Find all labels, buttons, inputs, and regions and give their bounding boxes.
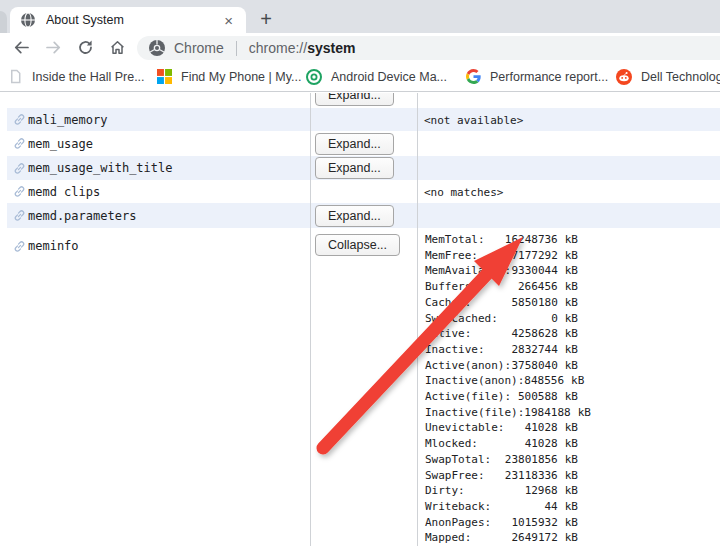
meminfo-unit: kB bbox=[558, 248, 578, 264]
meminfo-unit: kB bbox=[558, 452, 578, 468]
link-icon bbox=[13, 209, 26, 222]
row-link[interactable]: memd clips bbox=[13, 185, 100, 199]
chrome-logo-icon bbox=[149, 40, 165, 56]
meminfo-unit: kB bbox=[558, 326, 578, 342]
meminfo-key: Inactive(file): bbox=[425, 405, 524, 421]
meminfo-key: Inactive(anon): bbox=[425, 373, 524, 389]
meminfo-value: 4258628 bbox=[471, 326, 557, 342]
row-name: mem_usage_with_title bbox=[28, 161, 173, 175]
meminfo-key: MemFree: bbox=[425, 248, 478, 264]
tab-strip: About System × + bbox=[0, 0, 720, 33]
home-icon[interactable] bbox=[109, 39, 126, 56]
link-icon bbox=[13, 137, 26, 150]
row-link[interactable]: mali_memory bbox=[13, 113, 107, 127]
meminfo-unit: kB bbox=[558, 436, 578, 452]
meminfo-value: 5850180 bbox=[471, 295, 557, 311]
meminfo-value: 7177292 bbox=[478, 248, 558, 264]
expand-button-mem-usage[interactable]: Expand... bbox=[315, 133, 394, 155]
row-link[interactable]: mem_usage_with_title bbox=[13, 161, 173, 175]
meminfo-unit: kB bbox=[558, 279, 578, 295]
bookmarks-bar: Inside the Hall Pre... Find My Phone | M… bbox=[0, 62, 720, 92]
bookmark-label: Find My Phone | My... bbox=[181, 70, 301, 84]
meminfo-value: 1015932 bbox=[491, 515, 558, 531]
meminfo-unit: kB bbox=[571, 405, 591, 421]
meminfo-key: MemTotal: bbox=[425, 232, 485, 248]
android-device-manager-icon bbox=[306, 69, 322, 85]
default-page-icon bbox=[8, 69, 23, 84]
reddit-icon bbox=[616, 69, 632, 85]
bookmark-find-my-phone[interactable]: Find My Phone | My... bbox=[157, 62, 301, 91]
table-row-mali-memory: mali_memory <not available> bbox=[0, 108, 720, 131]
row-link[interactable]: memd.parameters bbox=[13, 209, 136, 223]
column-divider bbox=[417, 93, 418, 546]
expand-button-partial[interactable]: Expand... bbox=[315, 93, 394, 106]
site-name: Chrome bbox=[174, 40, 224, 56]
meminfo-value: 41028 bbox=[478, 436, 558, 452]
meminfo-key: MemAvailable: bbox=[425, 263, 511, 279]
toolbar: Chrome chrome://system bbox=[0, 33, 720, 62]
meminfo-value: 23118336 bbox=[485, 468, 558, 484]
row-name: memd clips bbox=[28, 185, 100, 199]
url-host: system bbox=[307, 40, 355, 56]
meminfo-key: Mlocked: bbox=[425, 436, 478, 452]
close-icon[interactable]: × bbox=[221, 12, 236, 29]
row-name: memd.parameters bbox=[28, 209, 136, 223]
collapse-button-meminfo[interactable]: Collapse... bbox=[315, 234, 400, 256]
table-row-meminfo: meminfo Collapse... MemTotal:16248736kB … bbox=[0, 228, 720, 546]
link-icon bbox=[13, 240, 26, 253]
meminfo-unit: kB bbox=[558, 342, 578, 358]
expand-button-memd-parameters[interactable]: Expand... bbox=[315, 205, 394, 227]
forward-icon[interactable] bbox=[45, 39, 62, 56]
meminfo-value: 2832744 bbox=[485, 342, 558, 358]
new-tab-button[interactable]: + bbox=[252, 5, 280, 33]
bookmark-inside-the-hall[interactable]: Inside the Hall Pre... bbox=[8, 62, 145, 91]
table-row-mem-usage-with-title: mem_usage_with_title Expand... bbox=[0, 156, 720, 180]
tab-about-system[interactable]: About System × bbox=[10, 7, 246, 33]
meminfo-block: MemTotal:16248736kB MemFree:7177292kB Me… bbox=[425, 232, 578, 546]
google-g-icon bbox=[466, 69, 481, 84]
table-row-mem-usage: mem_usage Expand... bbox=[0, 131, 720, 156]
meminfo-key: Buffers: bbox=[425, 279, 478, 295]
table-row-memd-parameters: memd.parameters Expand... bbox=[0, 203, 720, 228]
meminfo-value: 12968 bbox=[465, 483, 558, 499]
bookmark-label: Inside the Hall Pre... bbox=[32, 70, 145, 84]
expand-button-mem-usage-with-title[interactable]: Expand... bbox=[315, 157, 394, 179]
table-row-memd-clips: memd clips <no matches> bbox=[0, 180, 720, 203]
meminfo-unit: kB bbox=[558, 515, 578, 531]
meminfo-value: 41028 bbox=[504, 420, 557, 436]
reload-icon[interactable] bbox=[77, 39, 94, 56]
meminfo-unit: kB bbox=[558, 530, 578, 546]
bookmark-performance-report[interactable]: Performance report... bbox=[466, 62, 608, 91]
meminfo-key: Unevictable: bbox=[425, 420, 504, 436]
address-bar[interactable]: Chrome chrome://system bbox=[137, 36, 720, 60]
bookmark-label: Dell Technologie... bbox=[641, 70, 720, 84]
meminfo-value: 2649172 bbox=[471, 530, 557, 546]
meminfo-value: 16248736 bbox=[485, 232, 558, 248]
bookmark-android-device[interactable]: Android Device Ma... bbox=[306, 62, 447, 91]
link-icon bbox=[13, 185, 26, 198]
table-row-partial: Expand... bbox=[0, 93, 720, 108]
row-value: <not available> bbox=[424, 113, 523, 126]
bookmark-label: Performance report... bbox=[490, 70, 608, 84]
meminfo-unit: kB bbox=[558, 483, 578, 499]
meminfo-value: 500588 bbox=[511, 389, 558, 405]
row-name: meminfo bbox=[28, 239, 79, 253]
meminfo-key: SwapFree: bbox=[425, 468, 485, 484]
bookmark-dell-technologies[interactable]: Dell Technologie... bbox=[616, 62, 720, 91]
row-link[interactable]: mem_usage bbox=[13, 137, 93, 151]
meminfo-key: Dirty: bbox=[425, 483, 465, 499]
back-icon[interactable] bbox=[13, 39, 30, 56]
row-link[interactable]: meminfo bbox=[13, 239, 79, 253]
meminfo-key: Writeback: bbox=[425, 499, 491, 515]
meminfo-unit: kB bbox=[558, 295, 578, 311]
bookmark-label: Android Device Ma... bbox=[331, 70, 447, 84]
tab-strip-corner bbox=[0, 11, 7, 33]
meminfo-unit: kB bbox=[558, 389, 578, 405]
meminfo-key: Inactive: bbox=[425, 342, 485, 358]
microsoft-icon bbox=[157, 69, 172, 84]
meminfo-value: 0 bbox=[498, 311, 558, 327]
row-name: mem_usage bbox=[28, 137, 93, 151]
link-icon bbox=[13, 113, 26, 126]
url-scheme: chrome:// bbox=[249, 40, 307, 56]
row-name: mali_memory bbox=[28, 113, 107, 127]
